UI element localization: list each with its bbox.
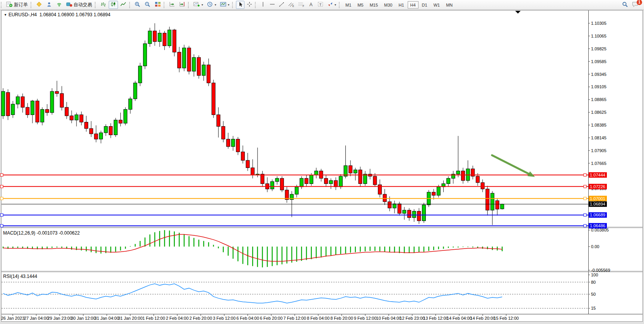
date-label: 6 Feb 20:00 xyxy=(260,316,283,321)
notification-badge: 1 xyxy=(637,0,642,5)
candle-body xyxy=(222,127,225,139)
candle-body xyxy=(2,91,5,116)
crosshair-button[interactable] xyxy=(245,1,254,9)
candle-body xyxy=(99,133,103,139)
date-label: 10 Feb 04:00 xyxy=(376,316,401,321)
hline-handle[interactable] xyxy=(0,185,3,188)
signals-button[interactable] xyxy=(55,1,64,9)
timeframe-h4-button[interactable]: H4 xyxy=(408,1,419,9)
candle-body xyxy=(119,120,122,123)
candle-body xyxy=(501,204,504,209)
line-chart-button[interactable] xyxy=(119,1,128,9)
zoom-out-button[interactable] xyxy=(143,1,152,9)
timeframe-w1-button[interactable]: W1 xyxy=(431,1,443,9)
date-label: 3 Feb 12:00 xyxy=(213,316,236,321)
hline-handle[interactable] xyxy=(584,225,586,227)
price-axis-label: 1.08385 xyxy=(591,123,606,127)
notifications-button[interactable]: 1 xyxy=(630,1,640,9)
metaeditor-button[interactable] xyxy=(34,1,44,9)
toolbar-group xyxy=(133,0,163,10)
macd-axis-label: 0.00 xyxy=(591,244,599,249)
timeframe-m30-button[interactable]: M30 xyxy=(381,1,395,9)
hline-handle[interactable] xyxy=(584,214,586,216)
candle-body xyxy=(163,33,166,46)
candle-body xyxy=(476,176,480,182)
trendline-button[interactable] xyxy=(277,1,286,9)
rsi-indicator-label: RSI(14) 43.1444 xyxy=(3,274,37,279)
tile-windows-icon xyxy=(155,2,161,8)
price-axis-label: 1.08625 xyxy=(591,110,606,115)
toolbar-grip xyxy=(188,2,191,8)
horizontal-line-button[interactable] xyxy=(268,1,277,9)
candle-body xyxy=(349,166,352,173)
hline-handle[interactable] xyxy=(584,174,586,177)
fibonacci-button[interactable]: F xyxy=(297,1,306,9)
arrows-button[interactable]: ▾ xyxy=(326,1,338,9)
auto-scroll-icon xyxy=(169,2,175,8)
candle-body xyxy=(309,175,313,184)
new-order-button[interactable]: 新订单 xyxy=(5,1,29,9)
candle-body xyxy=(300,178,303,187)
candle-body xyxy=(403,210,406,213)
timeframe-d1-button[interactable]: D1 xyxy=(419,1,430,9)
chevron-down-icon[interactable]: ▾ xyxy=(202,3,203,7)
zoom-in-icon xyxy=(135,2,141,8)
hline-handle[interactable] xyxy=(0,174,3,177)
candle-body xyxy=(65,107,68,116)
search-button[interactable] xyxy=(620,1,630,9)
price-axis-label: 1.10305 xyxy=(591,21,606,26)
candle-body xyxy=(80,115,83,122)
periods-button[interactable]: ▾ xyxy=(205,1,218,9)
candle-body xyxy=(60,94,63,108)
tile-windows-button[interactable] xyxy=(153,1,162,9)
candle-body xyxy=(212,83,215,115)
price-axis-label: 1.09585 xyxy=(591,59,606,64)
chart-window: 1.103051.100651.098251.095851.093451.091… xyxy=(0,10,644,324)
chart-shift-icon xyxy=(179,2,185,8)
hline-handle[interactable] xyxy=(0,214,3,216)
chevron-down-icon[interactable]: ▾ xyxy=(215,3,216,7)
timeframe-mn-button[interactable]: MN xyxy=(443,1,455,9)
chevron-down-icon[interactable]: ▾ xyxy=(335,3,336,7)
timeframe-m5-button[interactable]: M5 xyxy=(355,1,366,9)
templates-button[interactable]: ▾ xyxy=(219,1,231,9)
hline-handle[interactable] xyxy=(0,225,3,227)
timeframe-m15-button[interactable]: M15 xyxy=(367,1,381,9)
bar-chart-button[interactable] xyxy=(99,1,108,9)
candle-body xyxy=(202,65,205,75)
auto-scroll-button[interactable] xyxy=(167,1,177,9)
chart-shift-button[interactable] xyxy=(178,1,187,9)
price-axis-label: 1.09345 xyxy=(591,72,606,77)
channel-button[interactable]: E xyxy=(287,1,296,9)
channel-icon: E xyxy=(288,2,294,8)
candle-body xyxy=(158,33,161,41)
hline-handle[interactable] xyxy=(0,197,3,200)
rsi-axis-label: 100 xyxy=(591,273,598,277)
svg-text:A: A xyxy=(309,2,313,7)
candle-body xyxy=(16,97,19,104)
zoom-in-button[interactable] xyxy=(133,1,142,9)
hline-handle[interactable] xyxy=(584,185,586,188)
hline-handle[interactable] xyxy=(584,197,586,200)
chevron-down-icon[interactable]: ▼ xyxy=(4,13,7,17)
timeframe-m1-button[interactable]: M1 xyxy=(343,1,354,9)
toolbar-group: ▾▾▾ xyxy=(191,0,231,10)
chart-frame xyxy=(2,10,643,322)
timeframe-h1-button[interactable]: H1 xyxy=(396,1,407,9)
toolbar-grip xyxy=(129,2,132,8)
auto-trading-button[interactable]: 自动交易 xyxy=(65,1,94,9)
candle-body xyxy=(334,180,338,187)
candle-body xyxy=(45,110,49,113)
text-label-button[interactable]: T xyxy=(316,1,325,9)
chevron-down-icon[interactable]: ▾ xyxy=(228,3,229,7)
new-chart-button[interactable]: ▾ xyxy=(192,1,205,9)
candle-chart-button[interactable] xyxy=(109,1,118,9)
cursor-button[interactable] xyxy=(236,1,244,9)
new-order-button-label: 新订单 xyxy=(14,2,28,8)
text-button[interactable]: A xyxy=(307,1,315,9)
trendline-icon xyxy=(279,2,284,8)
vertical-line-button[interactable] xyxy=(259,1,267,9)
candle-body xyxy=(461,171,465,181)
chart-canvas: 1.103051.100651.098251.095851.093451.091… xyxy=(0,10,644,324)
market-watch-button[interactable] xyxy=(44,1,54,9)
